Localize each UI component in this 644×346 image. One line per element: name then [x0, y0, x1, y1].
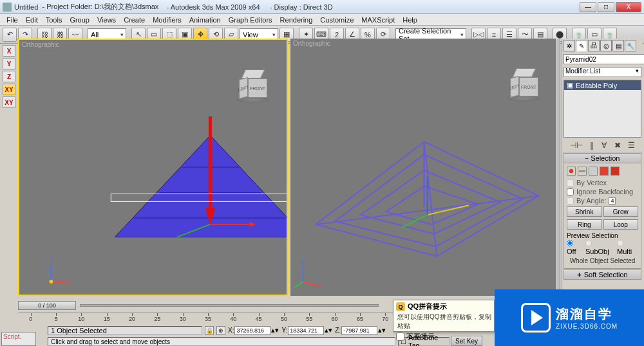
by-vertex-checkbox[interactable]: By Vertex: [567, 178, 638, 187]
tab-display-icon[interactable]: ▤: [612, 40, 624, 51]
selection-lock-icon[interactable]: 🔒: [205, 326, 214, 335]
menu-rendering[interactable]: Rendering: [276, 16, 317, 24]
object-name-field[interactable]: [564, 54, 644, 64]
menu-graph-editors[interactable]: Graph Editors: [225, 16, 276, 24]
polygon-level-icon[interactable]: [600, 167, 609, 176]
menu-help[interactable]: Help: [399, 16, 421, 24]
minimize-button[interactable]: —: [580, 2, 596, 12]
border-level-icon[interactable]: [589, 167, 598, 176]
menu-animation[interactable]: Animation: [185, 16, 225, 24]
axis-x-button[interactable]: X: [3, 45, 15, 57]
ignore-backfacing-checkbox[interactable]: Ignore Backfacing: [567, 187, 638, 196]
preview-selection-label: Preview Selection: [567, 231, 638, 240]
svg-text:x: x: [66, 278, 70, 286]
preview-multi-radio[interactable]: Multi: [617, 240, 638, 255]
tab-hierarchy-icon[interactable]: 品: [588, 40, 600, 51]
axis-z-button[interactable]: Z: [3, 71, 15, 82]
tab-motion-icon[interactable]: ◎: [600, 40, 612, 51]
rollout-selection-header[interactable]: − Selection: [564, 154, 641, 163]
play-icon: [521, 303, 551, 332]
svg-marker-0: [115, 136, 287, 237]
tab-modify-icon[interactable]: ✎: [576, 40, 587, 51]
watermark-overlay: 溜溜自学 ZIXUE.3D66.COM: [495, 289, 644, 346]
rollout-soft-selection-header[interactable]: +Soft Selection: [564, 269, 641, 280]
subobject-level-icons: [567, 165, 638, 178]
viewport-right[interactable]: Orthographic LEFT FRONT z: [290, 39, 558, 296]
coord-x-field[interactable]: [234, 326, 270, 335]
shrink-button[interactable]: Shrink: [567, 206, 602, 217]
menu-tools[interactable]: Tools: [42, 16, 66, 24]
grow-button[interactable]: Grow: [603, 206, 639, 217]
menu-create[interactable]: Create: [120, 16, 149, 24]
menu-customize[interactable]: Customize: [316, 16, 357, 24]
menu-file[interactable]: File: [3, 16, 22, 24]
command-panel-tabs: ✲ ✎ 品 ◎ ▤ 🔧: [562, 39, 643, 53]
preview-subobj-radio[interactable]: SubObj: [585, 240, 614, 255]
menu-bar: File Edit Tools Group Views Create Modif…: [0, 14, 644, 26]
menu-group[interactable]: Group: [66, 16, 93, 24]
svg-text:x: x: [317, 282, 321, 289]
time-slider-handle[interactable]: 0 / 100: [18, 301, 76, 310]
popup-dont-show-checkbox[interactable]: 不再提示: [396, 331, 491, 341]
pin-stack-icon[interactable]: ⊣⊢: [570, 141, 583, 150]
stack-tools: ⊣⊢ ‖ ∀ ✖ ☰: [562, 139, 643, 152]
vertex-level-icon[interactable]: [567, 167, 576, 176]
project-folder: - Project Folder: D:\我的文档\3dsmax: [42, 2, 158, 12]
preview-off-radio[interactable]: Off: [567, 240, 583, 255]
modifier-stack[interactable]: ▣ Editable Poly: [564, 80, 641, 138]
loop-button[interactable]: Loop: [603, 219, 639, 230]
menu-modifiers[interactable]: Modifiers: [149, 16, 185, 24]
qq-ime-popup: QQQ拼音提示 您可以使用QQ拼音剪贴板，复制粘贴 不再提示: [393, 300, 495, 332]
panel-resize-grip[interactable]: [556, 39, 560, 295]
prompt-line: Click and drag to select and move object…: [48, 337, 395, 346]
transform-mode-icon[interactable]: ⊕: [216, 326, 225, 335]
maximize-button[interactable]: □: [598, 2, 614, 12]
menu-views[interactable]: Views: [93, 16, 120, 24]
by-angle-checkbox[interactable]: By Angle:: [567, 196, 638, 205]
modifier-list-dropdown[interactable]: Modifier List: [564, 67, 641, 77]
pyramid-left-icon: z x: [19, 40, 287, 295]
close-button[interactable]: X: [616, 2, 641, 12]
popup-title: QQ拼音提示: [408, 302, 447, 311]
display-mode: - Display : Direct 3D: [270, 3, 333, 11]
configure-sets-icon[interactable]: ☰: [628, 141, 635, 150]
by-angle-field[interactable]: [609, 197, 616, 205]
stack-item-editable-poly[interactable]: ▣ Editable Poly: [564, 80, 641, 90]
selection-info: Whole Object Selected: [567, 255, 638, 266]
pyramid-right-icon: z x: [290, 39, 558, 296]
axis-xy2-button[interactable]: XY: [3, 96, 15, 108]
tab-utilities-icon[interactable]: 🔧: [625, 40, 636, 51]
menu-edit[interactable]: Edit: [22, 16, 42, 24]
ring-button[interactable]: Ring: [567, 219, 602, 230]
axis-constraint-toolbar: X Y Z XY XY: [1, 44, 17, 108]
time-ruler[interactable]: 0510 152025 303540 455055 606570: [18, 313, 398, 324]
time-slider[interactable]: 0 / 100: [18, 301, 379, 311]
coord-z-field[interactable]: [341, 326, 377, 335]
watermark-text-cn: 溜溜自学: [556, 305, 618, 323]
make-unique-icon[interactable]: ∀: [601, 141, 607, 150]
svg-point-16: [49, 280, 53, 284]
edge-level-icon[interactable]: [578, 167, 587, 176]
undo-button[interactable]: ↶: [3, 28, 17, 42]
axis-xy-button[interactable]: XY: [3, 84, 15, 95]
show-end-result-icon[interactable]: ‖: [590, 141, 594, 150]
title-bar: Untitled - Project Folder: D:\我的文档\3dsma…: [0, 0, 644, 14]
element-level-icon[interactable]: [611, 167, 620, 176]
app-name: - Autodesk 3ds Max 2009 x64: [167, 3, 260, 11]
selection-status: 1 Object Selected: [48, 326, 202, 335]
remove-modifier-icon[interactable]: ✖: [614, 141, 621, 150]
expand-icon: ▣: [567, 81, 573, 89]
axis-y-button[interactable]: Y: [3, 58, 15, 69]
doc-title: Untitled: [14, 3, 38, 11]
svg-text:z: z: [301, 257, 305, 265]
watermark-text-en: ZIXUE.3D66.COM: [556, 323, 618, 330]
popup-message: 您可以使用QQ拼音剪贴板，复制粘贴: [396, 311, 491, 331]
viewport-left[interactable]: Orthographic LEFT FRONT z: [18, 39, 288, 296]
svg-line-29: [303, 282, 316, 286]
tab-create-icon[interactable]: ✲: [564, 40, 575, 51]
coord-y-field[interactable]: [288, 326, 324, 335]
script-listener[interactable]: Script.: [1, 332, 36, 346]
menu-maxscript[interactable]: MAXScript: [357, 16, 399, 24]
svg-line-31: [294, 282, 303, 288]
app-icon: [3, 3, 12, 12]
